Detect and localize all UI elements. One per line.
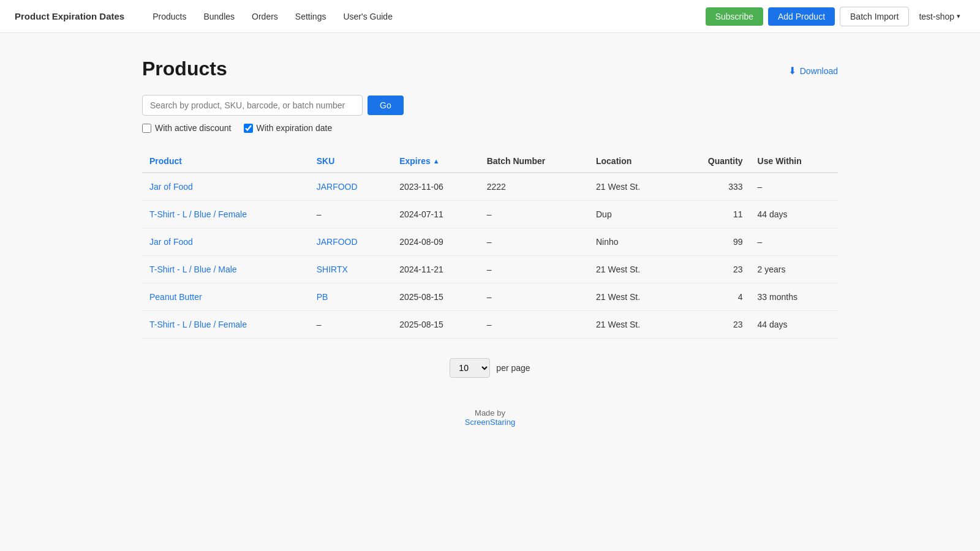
- cell-quantity: 23: [676, 256, 750, 283]
- cell-use-within: –: [750, 173, 838, 201]
- sort-arrow-icon: ▲: [433, 157, 440, 165]
- cell-expires: 2025-08-15: [392, 283, 480, 311]
- cell-sku: JARFOOD: [309, 173, 392, 201]
- filters-row: With active discount With expiration dat…: [142, 123, 838, 133]
- go-button[interactable]: Go: [368, 96, 404, 115]
- nav-orders[interactable]: Orders: [243, 0, 287, 33]
- search-row: Go: [142, 95, 838, 116]
- made-by-label: Made by: [475, 408, 505, 418]
- cell-batch-number: –: [480, 311, 589, 339]
- product-link[interactable]: Jar of Food: [149, 182, 193, 192]
- cell-expires: 2024-08-09: [392, 228, 480, 256]
- page-header: Products ⬇ Download: [142, 58, 838, 80]
- main-content: Products ⬇ Download Go With active disco…: [123, 33, 858, 463]
- cell-use-within: 44 days: [750, 201, 838, 228]
- cell-batch-number: –: [480, 228, 589, 256]
- table-row: T-Shirt - L / Blue / Female – 2024-07-11…: [142, 201, 838, 228]
- cell-location: 21 West St.: [589, 283, 676, 311]
- filter-expiration-date[interactable]: With expiration date: [244, 123, 333, 133]
- app-brand: Product Expiration Dates: [15, 11, 124, 21]
- cell-quantity: 23: [676, 311, 750, 339]
- nav-actions: Subscribe Add Product Batch Import test-…: [706, 7, 965, 26]
- cell-batch-number: –: [480, 283, 589, 311]
- nav-bundles[interactable]: Bundles: [195, 0, 243, 33]
- filter-active-discount[interactable]: With active discount: [142, 123, 232, 133]
- col-header-location: Location: [589, 150, 676, 173]
- cell-use-within: 44 days: [750, 311, 838, 339]
- page-title: Products: [142, 58, 227, 80]
- nav-settings[interactable]: Settings: [287, 0, 335, 33]
- top-navigation: Product Expiration Dates Products Bundle…: [0, 0, 980, 33]
- cell-sku: –: [309, 311, 392, 339]
- sku-link[interactable]: SHIRTX: [317, 264, 348, 274]
- pagination-row: 102550100 per page: [142, 358, 838, 378]
- cell-batch-number: 2222: [480, 173, 589, 201]
- per-page-select[interactable]: 102550100: [450, 358, 490, 378]
- nav-links: Products Bundles Orders Settings User's …: [144, 0, 706, 33]
- footer: Made by ScreenStaring: [142, 408, 838, 427]
- cell-batch-number: –: [480, 201, 589, 228]
- cell-expires: 2024-11-21: [392, 256, 480, 283]
- cell-sku: PB: [309, 283, 392, 311]
- shop-dropdown[interactable]: test-shop: [914, 12, 965, 21]
- batch-import-button[interactable]: Batch Import: [840, 7, 909, 26]
- cell-sku: JARFOOD: [309, 228, 392, 256]
- cell-location: 21 West St.: [589, 173, 676, 201]
- cell-location: Dup: [589, 201, 676, 228]
- cell-location: Ninho: [589, 228, 676, 256]
- col-header-product[interactable]: Product: [142, 150, 309, 173]
- product-link[interactable]: Jar of Food: [149, 237, 193, 247]
- product-link[interactable]: T-Shirt - L / Blue / Male: [149, 264, 237, 274]
- table-row: Jar of Food JARFOOD 2023-11-06 2222 21 W…: [142, 173, 838, 201]
- cell-product: T-Shirt - L / Blue / Female: [142, 201, 309, 228]
- download-icon: ⬇: [788, 65, 796, 77]
- col-header-use-within: Use Within: [750, 150, 838, 173]
- table-row: Jar of Food JARFOOD 2024-08-09 – Ninho 9…: [142, 228, 838, 256]
- col-header-batch-number: Batch Number: [480, 150, 589, 173]
- filter-expiration-date-checkbox[interactable]: [244, 124, 253, 133]
- cell-location: 21 West St.: [589, 311, 676, 339]
- download-label: Download: [800, 66, 838, 76]
- cell-quantity: 99: [676, 228, 750, 256]
- table-body: Jar of Food JARFOOD 2023-11-06 2222 21 W…: [142, 173, 838, 339]
- table-row: Peanut Butter PB 2025-08-15 – 21 West St…: [142, 283, 838, 311]
- cell-use-within: –: [750, 228, 838, 256]
- table-header: Product SKU Expires ▲ Batch Number Locat…: [142, 150, 838, 173]
- download-link[interactable]: ⬇ Download: [788, 65, 838, 77]
- per-page-label: per page: [496, 363, 530, 373]
- filter-expiration-date-label: With expiration date: [257, 123, 333, 133]
- sku-link[interactable]: JARFOOD: [317, 182, 358, 192]
- product-link[interactable]: Peanut Butter: [149, 292, 202, 302]
- filter-active-discount-label: With active discount: [155, 123, 232, 133]
- products-table: Product SKU Expires ▲ Batch Number Locat…: [142, 150, 838, 339]
- filter-active-discount-checkbox[interactable]: [142, 124, 151, 133]
- cell-use-within: 33 months: [750, 283, 838, 311]
- cell-product: T-Shirt - L / Blue / Male: [142, 256, 309, 283]
- product-link[interactable]: T-Shirt - L / Blue / Female: [149, 320, 247, 329]
- col-header-sku[interactable]: SKU: [309, 150, 392, 173]
- cell-product: Jar of Food: [142, 228, 309, 256]
- add-product-button[interactable]: Add Product: [768, 7, 835, 26]
- cell-sku: –: [309, 201, 392, 228]
- cell-location: 21 West St.: [589, 256, 676, 283]
- product-link[interactable]: T-Shirt - L / Blue / Female: [149, 209, 247, 219]
- cell-product: T-Shirt - L / Blue / Female: [142, 311, 309, 339]
- cell-product: Peanut Butter: [142, 283, 309, 311]
- table-row: T-Shirt - L / Blue / Female – 2025-08-15…: [142, 311, 838, 339]
- nav-users-guide[interactable]: User's Guide: [334, 0, 401, 33]
- nav-products[interactable]: Products: [144, 0, 195, 33]
- cell-sku: SHIRTX: [309, 256, 392, 283]
- cell-use-within: 2 years: [750, 256, 838, 283]
- sku-link[interactable]: JARFOOD: [317, 237, 358, 247]
- cell-expires: 2024-07-11: [392, 201, 480, 228]
- cell-expires: 2025-08-15: [392, 311, 480, 339]
- cell-expires: 2023-11-06: [392, 173, 480, 201]
- cell-quantity: 333: [676, 173, 750, 201]
- company-link[interactable]: ScreenStaring: [465, 418, 515, 427]
- table-row: T-Shirt - L / Blue / Male SHIRTX 2024-11…: [142, 256, 838, 283]
- sku-link[interactable]: PB: [317, 292, 328, 302]
- cell-batch-number: –: [480, 256, 589, 283]
- subscribe-button[interactable]: Subscribe: [706, 7, 763, 26]
- col-header-expires[interactable]: Expires ▲: [392, 150, 480, 173]
- search-input[interactable]: [142, 95, 363, 116]
